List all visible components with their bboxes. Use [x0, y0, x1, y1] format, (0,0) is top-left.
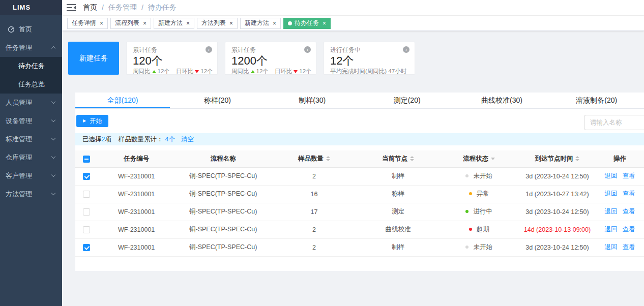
view-link[interactable]: 查看: [622, 208, 635, 215]
selected-count: 2: [102, 136, 105, 143]
chevron-down-icon: [51, 136, 55, 140]
metric: 周同比12个: [231, 68, 269, 75]
sidebar-item-equipment-mgmt[interactable]: 设备管理: [0, 112, 62, 130]
table-row: WF-2310001铜-SPEC(TP-SPEC-Cu)2曲线校准超期14d (…: [75, 221, 644, 238]
return-link[interactable]: 退回: [604, 208, 617, 215]
table-row: WF-2310001铜-SPEC(TP-SPEC-Cu)2制样未开始3d (20…: [75, 238, 644, 256]
status-cell: 未开始: [439, 167, 519, 185]
close-icon[interactable]: ×: [143, 20, 147, 26]
stat-card-footer: 周同比12个日环比12个: [231, 68, 310, 75]
current-node-cell: 称样: [357, 185, 439, 203]
tab-制样(30)[interactable]: 制样(30): [265, 93, 360, 108]
row-checkbox[interactable]: [83, 173, 90, 180]
close-icon[interactable]: ×: [100, 20, 103, 26]
actions-cell: 退回查看: [596, 203, 644, 221]
arrival-time-cell: 1d (2023-10-27 13:42): [519, 185, 596, 203]
sidebar-item-standard-mgmt[interactable]: 标准管理: [0, 130, 62, 148]
tag-label: 新建方法: [245, 19, 269, 27]
metric: 日环比12个: [176, 68, 213, 75]
tag-label: 方法列表: [201, 19, 226, 27]
tagbar: 任务详情×流程列表×新建方法×方法列表×新建方法×待办任务×: [62, 16, 644, 31]
info-icon: i: [206, 46, 212, 53]
filter-caret-icon[interactable]: [491, 158, 495, 160]
status-dot-icon: [469, 192, 472, 195]
tab-测定(20)[interactable]: 测定(20): [360, 93, 454, 108]
sort-icon[interactable]: [575, 156, 579, 161]
topbar: 首页/任务管理/待办任务: [62, 0, 644, 16]
metric-value: 12个: [256, 68, 269, 75]
tagbar-tag[interactable]: 新建方法×: [240, 18, 281, 29]
stat-card-footer: 平均完成时间(周同比) 47小时: [330, 68, 408, 75]
view-link[interactable]: 查看: [622, 243, 635, 251]
close-icon[interactable]: ×: [229, 20, 233, 26]
status-dot-icon: [465, 210, 469, 213]
chevron-down-icon: [51, 173, 55, 177]
tab-溶液制备(20)[interactable]: 溶液制备(20): [549, 93, 644, 108]
column-header-label: 到达节点时间: [535, 155, 573, 162]
view-link[interactable]: 查看: [622, 190, 635, 197]
table-row: WF-2310001铜-SPEC(TP-SPEC-Cu)17测定进行中3d (2…: [75, 203, 644, 221]
sample-count-cell: 16: [272, 185, 357, 203]
chevron-up-icon: [51, 46, 55, 50]
tagbar-tag[interactable]: 任务详情×: [67, 18, 108, 29]
tab-称样(20)[interactable]: 称样(20): [170, 93, 265, 108]
breadcrumb-item[interactable]: 待办任务: [148, 3, 177, 12]
tag-label: 任务详情: [72, 19, 96, 27]
tagbar-tag[interactable]: 待办任务×: [283, 18, 331, 29]
sidebar-item-home[interactable]: 首页: [0, 20, 62, 39]
row-checkbox[interactable]: [83, 208, 90, 216]
sidebar-item-task-overview[interactable]: 任务总览: [0, 75, 62, 94]
task-id-cell: WF-2310001: [98, 185, 175, 203]
stat-card-title: 累计任务: [133, 46, 211, 54]
sidebar-item-customer-mgmt[interactable]: 客户管理: [0, 167, 62, 185]
select-all-checkbox[interactable]: [83, 156, 90, 163]
clear-selection-link[interactable]: 清空: [181, 135, 194, 144]
view-link[interactable]: 查看: [622, 226, 635, 233]
sidebar-item-task-mgmt[interactable]: 任务管理: [0, 39, 62, 57]
sidebar-item-method-mgmt[interactable]: 方法管理: [0, 185, 62, 203]
status-label: 未开始: [473, 172, 492, 179]
start-button[interactable]: ▶ 开始: [76, 115, 108, 127]
return-link[interactable]: 退回: [604, 190, 617, 197]
hamburger-icon[interactable]: [67, 4, 76, 12]
close-icon[interactable]: ×: [273, 20, 276, 26]
chevron-down-icon: [51, 118, 55, 122]
sidebar-item-warehouse-mgmt[interactable]: 仓库管理: [0, 148, 62, 167]
stat-card-value: 120个: [133, 54, 211, 67]
current-node-cell: 曲线校准: [357, 221, 439, 238]
tagbar-tag[interactable]: 新建方法×: [154, 18, 194, 29]
column-header: 流程名称: [175, 150, 272, 167]
stat-card-value: 1200个: [231, 54, 310, 67]
metric-value: 12个: [299, 68, 311, 75]
total-value: 4个: [165, 135, 174, 144]
return-link[interactable]: 退回: [604, 243, 617, 251]
tab-曲线校准(30)[interactable]: 曲线校准(30): [454, 93, 549, 108]
row-checkbox[interactable]: [83, 191, 90, 198]
column-header: 流程状态: [439, 150, 519, 167]
sort-down-icon: [575, 159, 579, 161]
arrival-time-cell: 3d (2023-10-24 12:50): [519, 203, 596, 221]
sidebar-item-todo-tasks[interactable]: 待办任务: [0, 57, 62, 75]
sort-icon[interactable]: [326, 156, 330, 161]
new-task-button[interactable]: 新建任务: [68, 42, 119, 75]
view-link[interactable]: 查看: [622, 172, 635, 179]
tab-全部(120)[interactable]: 全部(120): [75, 93, 170, 108]
return-link[interactable]: 退回: [604, 172, 617, 179]
row-checkbox[interactable]: [83, 226, 90, 233]
tagbar-tag[interactable]: 流程列表×: [110, 18, 151, 29]
close-icon[interactable]: ×: [186, 20, 190, 26]
tagbar-tag[interactable]: 方法列表×: [197, 18, 238, 29]
breadcrumb-item[interactable]: 任务管理: [108, 3, 137, 12]
row-checkbox[interactable]: [83, 244, 90, 251]
flow-name-cell: 铜-SPEC(TP-SPEC-Cu): [175, 167, 272, 185]
sort-down-icon: [326, 159, 330, 161]
flow-name-cell: 铜-SPEC(TP-SPEC-Cu): [175, 203, 272, 221]
return-link[interactable]: 退回: [604, 226, 617, 233]
close-icon[interactable]: ×: [323, 20, 326, 26]
sidebar-item-personnel-mgmt[interactable]: 人员管理: [0, 94, 62, 112]
arrival-time-cell: 3d (2023-10-24 12:50): [519, 238, 596, 256]
current-node-cell: 测定: [357, 203, 439, 221]
sort-icon[interactable]: [410, 156, 414, 161]
search-input[interactable]: [584, 115, 644, 130]
breadcrumb-item[interactable]: 首页: [83, 3, 97, 12]
